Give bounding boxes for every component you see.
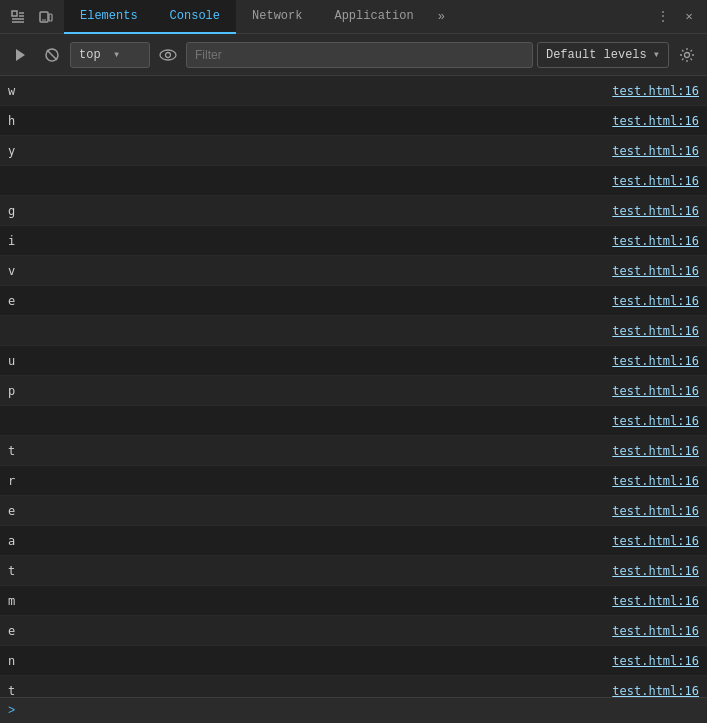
console-row-link[interactable]: test.html:16: [612, 234, 699, 248]
console-row-text: t: [8, 564, 15, 578]
tab-bar: Elements Console Network Application » ⋮…: [0, 0, 707, 34]
console-row: ttest.html:16: [0, 436, 707, 466]
prompt-icon: >: [8, 704, 15, 718]
console-row-text: a: [8, 534, 15, 548]
console-row: vtest.html:16: [0, 256, 707, 286]
console-row-text: p: [8, 384, 15, 398]
device-toggle-icon[interactable]: [34, 5, 58, 29]
inspect-icon[interactable]: [6, 5, 30, 29]
console-row: test.html:16: [0, 166, 707, 196]
console-row-link[interactable]: test.html:16: [612, 534, 699, 548]
console-row: atest.html:16: [0, 526, 707, 556]
console-row-text: i: [8, 234, 15, 248]
levels-label: Default levels: [546, 48, 647, 62]
filter-input[interactable]: [186, 42, 533, 68]
console-row-text: u: [8, 354, 15, 368]
console-row-text: t: [8, 684, 15, 698]
svg-point-13: [685, 52, 690, 57]
log-levels-selector[interactable]: Default levels ▾: [537, 42, 669, 68]
console-row: rtest.html:16: [0, 466, 707, 496]
console-settings-button[interactable]: [673, 41, 701, 69]
svg-point-12: [166, 52, 171, 57]
svg-marker-8: [16, 49, 25, 61]
tab-end-icons: ⋮ ✕: [651, 5, 707, 29]
console-row-link[interactable]: test.html:16: [612, 324, 699, 338]
tab-bar-left-icons: [0, 5, 64, 29]
console-row-link[interactable]: test.html:16: [612, 384, 699, 398]
console-row: ttest.html:16: [0, 676, 707, 697]
console-row: ytest.html:16: [0, 136, 707, 166]
console-row-link[interactable]: test.html:16: [612, 204, 699, 218]
console-row-link[interactable]: test.html:16: [612, 114, 699, 128]
svg-rect-6: [49, 14, 52, 21]
console-row: wtest.html:16: [0, 76, 707, 106]
context-value: top: [79, 48, 107, 62]
console-row-link[interactable]: test.html:16: [612, 144, 699, 158]
svg-line-10: [47, 50, 57, 60]
console-row: test.html:16: [0, 316, 707, 346]
console-row-link[interactable]: test.html:16: [612, 624, 699, 638]
console-row-text: m: [8, 594, 15, 608]
console-row-link[interactable]: test.html:16: [612, 684, 699, 698]
console-row: ptest.html:16: [0, 376, 707, 406]
context-dropdown-icon: ▾: [113, 47, 141, 62]
console-row-link[interactable]: test.html:16: [612, 564, 699, 578]
tab-network[interactable]: Network: [236, 0, 318, 34]
console-output: wtest.html:16htest.html:16ytest.html:16t…: [0, 76, 707, 697]
svg-point-11: [160, 50, 176, 60]
console-row: gtest.html:16: [0, 196, 707, 226]
console-row-link[interactable]: test.html:16: [612, 594, 699, 608]
svg-rect-0: [12, 11, 17, 16]
execute-script-button[interactable]: [6, 41, 34, 69]
tab-elements[interactable]: Elements: [64, 0, 154, 34]
console-row: etest.html:16: [0, 616, 707, 646]
console-row: utest.html:16: [0, 346, 707, 376]
context-selector[interactable]: top ▾: [70, 42, 150, 68]
console-row-link[interactable]: test.html:16: [612, 264, 699, 278]
console-toolbar: top ▾ Default levels ▾: [0, 34, 707, 76]
console-row-link[interactable]: test.html:16: [612, 174, 699, 188]
console-row: etest.html:16: [0, 496, 707, 526]
console-row-link[interactable]: test.html:16: [612, 414, 699, 428]
console-row-text: y: [8, 144, 15, 158]
clear-console-button[interactable]: [38, 41, 66, 69]
console-row-text: v: [8, 264, 15, 278]
console-row-text: e: [8, 624, 15, 638]
console-row-link[interactable]: test.html:16: [612, 444, 699, 458]
console-row: etest.html:16: [0, 286, 707, 316]
tab-console[interactable]: Console: [154, 0, 236, 34]
console-row-link[interactable]: test.html:16: [612, 294, 699, 308]
console-row: test.html:16: [0, 406, 707, 436]
console-row: mtest.html:16: [0, 586, 707, 616]
console-prompt-bar: >: [0, 697, 707, 723]
console-row: htest.html:16: [0, 106, 707, 136]
tab-overflow-button[interactable]: »: [430, 0, 453, 34]
console-row-link[interactable]: test.html:16: [612, 84, 699, 98]
console-row-text: r: [8, 474, 15, 488]
tab-application[interactable]: Application: [318, 0, 429, 34]
console-row-text: w: [8, 84, 15, 98]
console-row-text: e: [8, 294, 15, 308]
console-row: ntest.html:16: [0, 646, 707, 676]
console-row-text: t: [8, 444, 15, 458]
more-options-icon[interactable]: ⋮: [651, 5, 675, 29]
console-row-link[interactable]: test.html:16: [612, 354, 699, 368]
console-prompt-input[interactable]: [21, 704, 699, 718]
levels-dropdown-icon: ▾: [653, 47, 660, 62]
console-row-link[interactable]: test.html:16: [612, 474, 699, 488]
console-row-text: n: [8, 654, 15, 668]
console-row-text: g: [8, 204, 15, 218]
console-row-text: e: [8, 504, 15, 518]
close-devtools-icon[interactable]: ✕: [677, 5, 701, 29]
live-expressions-button[interactable]: [154, 41, 182, 69]
console-row: itest.html:16: [0, 226, 707, 256]
console-row-text: h: [8, 114, 15, 128]
console-row: ttest.html:16: [0, 556, 707, 586]
console-row-link[interactable]: test.html:16: [612, 654, 699, 668]
console-row-link[interactable]: test.html:16: [612, 504, 699, 518]
